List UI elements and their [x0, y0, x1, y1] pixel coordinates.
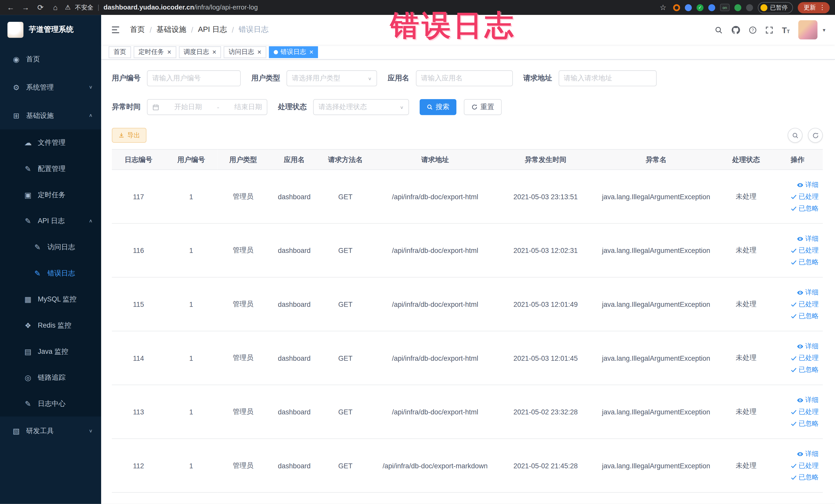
- sidebar-item-label: MySQL 监控: [38, 294, 76, 304]
- action-ignored[interactable]: 已忽略: [790, 365, 819, 374]
- reset-button[interactable]: 重置: [464, 99, 502, 115]
- sidebar-item-log-center[interactable]: ✎日志中心: [0, 390, 101, 417]
- extension-icon[interactable]: [708, 4, 715, 11]
- kebab-menu-icon[interactable]: ⋮: [819, 4, 826, 11]
- extension-icon[interactable]: [685, 4, 692, 11]
- tab-access-log[interactable]: 访问日志×: [224, 46, 266, 58]
- warning-icon: ⚠: [65, 4, 70, 11]
- action-processed[interactable]: 已处理: [790, 461, 819, 470]
- sidebar-item-api-log[interactable]: ✎API 日志∧: [0, 208, 101, 234]
- svg-text:?: ?: [752, 27, 754, 32]
- sidebar-item-error-log[interactable]: ✎错误日志: [0, 260, 101, 286]
- github-icon[interactable]: [731, 25, 740, 35]
- sidebar-item-system[interactable]: ⚙系统管理∨: [0, 73, 101, 101]
- active-dot-icon: [273, 50, 278, 54]
- bookmark-star-icon[interactable]: ☆: [658, 3, 668, 12]
- check-icon: [790, 420, 797, 427]
- hamburger-icon[interactable]: [111, 25, 120, 35]
- action-label: 已处理: [798, 300, 819, 309]
- extension-on-badge[interactable]: on: [720, 4, 730, 11]
- cell-status: 未处理: [720, 223, 772, 277]
- home-icon[interactable]: ⌂: [50, 3, 61, 12]
- address-bar[interactable]: dashboard.yudao.iocoder.cn/infra/log/api…: [103, 4, 258, 11]
- page-header: 首页 / 基础设施 / API 日志 / 错误日志 ?: [101, 15, 835, 45]
- sidebar-item-file[interactable]: ☁文件管理: [0, 129, 101, 156]
- sidebar-item-access-log[interactable]: ✎访问日志: [0, 234, 101, 260]
- toolbar-refresh-button[interactable]: [808, 128, 823, 143]
- sidebar-item-config[interactable]: ✎配置管理: [0, 156, 101, 182]
- extension-icon[interactable]: [746, 4, 753, 11]
- security-label[interactable]: 不安全: [75, 3, 94, 11]
- chevron-down-icon[interactable]: ▾: [823, 27, 825, 33]
- breadcrumb-item[interactable]: 基础设施: [157, 25, 186, 35]
- sidebar-item-mysql[interactable]: ▦MySQL 监控: [0, 286, 101, 312]
- toolbar-search-toggle-button[interactable]: [788, 128, 802, 143]
- reload-icon[interactable]: ⟳: [35, 3, 46, 12]
- extension-icon[interactable]: [673, 4, 680, 11]
- sidebar-item-redis[interactable]: ❖Redis 监控: [0, 312, 101, 338]
- action-detail[interactable]: 详细: [797, 288, 819, 297]
- action-label: 已忽略: [798, 258, 819, 266]
- action-processed[interactable]: 已处理: [790, 192, 819, 201]
- action-detail[interactable]: 详细: [797, 342, 819, 351]
- tab-job[interactable]: 定时任务×: [134, 46, 176, 58]
- sidebar-item-java[interactable]: ▤Java 监控: [0, 338, 101, 364]
- tab-home[interactable]: 首页: [108, 46, 131, 58]
- back-icon[interactable]: ←: [5, 3, 16, 12]
- action-label: 已忽略: [798, 473, 819, 482]
- breadcrumb-item[interactable]: API 日志: [198, 25, 227, 35]
- close-icon[interactable]: ×: [257, 48, 261, 56]
- app-name-input[interactable]: 请输入应用名: [415, 70, 513, 86]
- sidebar-item-dev-tools[interactable]: ▧研发工具∨: [0, 417, 101, 445]
- action-detail[interactable]: 详细: [797, 180, 819, 189]
- breadcrumb-item[interactable]: 首页: [130, 25, 145, 35]
- action-label: 详细: [805, 234, 819, 243]
- sidebar-item-infra[interactable]: ⊞基础设施∧: [0, 101, 101, 129]
- process-status-select[interactable]: 请选择处理状态∨: [313, 99, 409, 115]
- table-row: 1131管理员dashboardGET/api/infra/db-doc/exp…: [112, 385, 823, 439]
- sidebar-item-label: 日志中心: [38, 399, 65, 408]
- app-logo[interactable]: 芋道管理系统: [0, 15, 101, 45]
- sidebar-item-trace[interactable]: ◎链路追踪: [0, 364, 101, 390]
- action-detail[interactable]: 详细: [797, 396, 819, 404]
- sidebar-item-home[interactable]: ◉首页: [0, 45, 101, 73]
- table-row: 1121管理员dashboardGET/api/infra/db-doc/exp…: [112, 439, 823, 493]
- user-avatar[interactable]: [798, 20, 817, 40]
- action-processed[interactable]: 已处理: [790, 246, 819, 255]
- cell-method: GET: [320, 439, 371, 493]
- action-processed[interactable]: 已处理: [790, 300, 819, 309]
- user-type-select[interactable]: 请选择用户类型∨: [286, 70, 377, 86]
- font-size-icon[interactable]: TT: [782, 25, 790, 35]
- check-icon: [790, 193, 797, 200]
- update-button[interactable]: 更新⋮: [798, 2, 830, 13]
- action-detail[interactable]: 详细: [797, 234, 819, 243]
- user-id-input[interactable]: 请输入用户编号: [147, 70, 241, 86]
- action-ignored[interactable]: 已忽略: [790, 419, 819, 428]
- forward-icon[interactable]: →: [20, 3, 31, 12]
- action-ignored[interactable]: 已忽略: [790, 204, 819, 213]
- help-icon[interactable]: ?: [749, 26, 757, 34]
- extension-icon[interactable]: ✓: [697, 4, 704, 11]
- close-icon[interactable]: ×: [167, 48, 171, 56]
- action-processed[interactable]: 已处理: [790, 407, 819, 416]
- action-detail[interactable]: 详细: [797, 449, 819, 458]
- action-ignored[interactable]: 已忽略: [790, 473, 819, 482]
- date-range-picker[interactable]: 开始日期 - 结束日期: [147, 99, 267, 115]
- tab-job-log[interactable]: 调度日志×: [179, 46, 221, 58]
- paused-badge[interactable]: 已暂停: [758, 2, 793, 13]
- start-date-placeholder: 开始日期: [174, 102, 202, 112]
- action-ignored[interactable]: 已忽略: [790, 258, 819, 266]
- fullscreen-icon[interactable]: [766, 26, 773, 34]
- close-icon[interactable]: ×: [309, 48, 313, 56]
- request-url-input[interactable]: 请输入请求地址: [558, 70, 656, 86]
- search-button[interactable]: 搜索: [420, 99, 456, 115]
- action-ignored[interactable]: 已忽略: [790, 311, 819, 320]
- search-icon[interactable]: [715, 26, 723, 34]
- export-button[interactable]: 导出: [112, 128, 147, 143]
- tab-error-log[interactable]: 错误日志×: [269, 46, 318, 58]
- action-processed[interactable]: 已处理: [790, 354, 819, 363]
- extension-icon[interactable]: [734, 4, 741, 11]
- close-icon[interactable]: ×: [212, 48, 217, 56]
- cell-time: 2021-05-02 23:32:28: [499, 385, 592, 439]
- sidebar-item-job[interactable]: ▣定时任务: [0, 182, 101, 208]
